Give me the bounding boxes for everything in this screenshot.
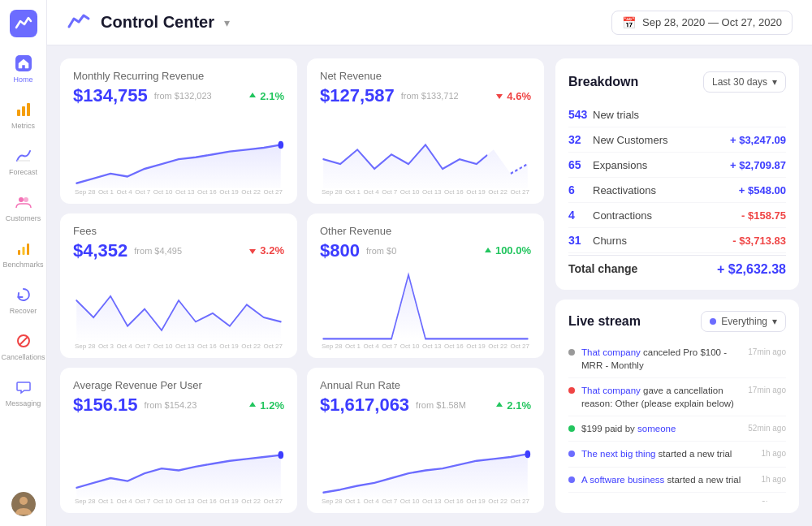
sidebar-item-customers[interactable]: Customers [3,186,44,229]
svg-rect-8 [22,247,24,255]
bd-trials-num: 543 [568,108,593,121]
breakdown-row-churns: 31 Churns - $3,713.83 [568,228,786,253]
bd-contractions-label: Contractions [593,209,741,222]
fees-value: $4,352 [73,240,127,261]
ls-event-6: $50 paid by Someone else 2h ago [568,493,786,502]
ls-event-4: The next big thing started a new trial 1… [568,442,786,467]
svg-rect-4 [27,103,30,116]
event-text-3: $199 paid by someone [581,422,741,435]
bd-churns-amount: - $3,713.83 [732,235,786,247]
svg-point-5 [19,197,24,202]
net-chart [320,111,531,188]
bd-reactivations-label: Reactivations [593,184,739,196]
breakdown-row-customers: 32 New Customers + $3,247.09 [568,127,786,153]
recover-icon [14,285,33,304]
other-x-labels: Sep 28Oct 1Oct 4Oct 7Oct 10Oct 13Oct 16O… [320,343,531,350]
livestream-filter-label: Everything [721,316,767,327]
event-link-4[interactable]: The next big thing [581,449,655,459]
sidebar-item-home[interactable]: Home [3,47,44,90]
breakdown-dropdown-label: Last 30 days [712,76,767,88]
breakdown-row-trials: 543 New trials [568,102,786,127]
breakdown-row-expansions: 65 Expansions + $2,709.87 [568,153,786,178]
event-time-3: 52min ago [748,424,786,433]
event-text-5: A software business started a new trial [581,473,754,486]
event-link-1[interactable]: That company [581,347,641,357]
other-revenue-card: Other Revenue $800 from $0 100.0% [307,213,544,359]
ls-event-1: That company canceled Pro $100 - MRR - M… [568,340,786,378]
event-dot-3 [568,425,575,432]
mrr-card: Monthly Recurring Revenue $134,755 from … [60,58,297,204]
ls-event-3: $199 paid by someone 52min ago [568,416,786,442]
fees-badge: 3.2% [248,244,284,257]
event-text-1: That company canceled Pro $100 - MRR - M… [581,346,741,372]
livestream-header: Live stream Everything ▾ [568,311,786,332]
sidebar-item-recover[interactable]: Recover [3,278,44,321]
net-from: from $133,712 [401,91,459,101]
arpu-card: Average Revenue Per User $156.15 from $1… [60,368,297,513]
page-title: Control Center [101,13,214,32]
breakdown-dropdown[interactable]: Last 30 days ▾ [703,71,786,93]
bd-contractions-amount: - $158.75 [741,209,786,222]
event-link-6[interactable]: Someone else [633,500,693,502]
event-link-5[interactable]: A software business [581,475,664,485]
bd-expansions-label: Expansions [593,159,730,171]
livestream-title: Live stream [568,314,641,329]
mrr-x-labels: Sep 28Oct 1Oct 4Oct 7Oct 10Oct 13Oct 16O… [73,188,284,196]
arr-from: from $1.58M [416,400,466,410]
sidebar-recover-label: Recover [10,307,37,315]
sidebar-item-forecast[interactable]: Forecast [3,140,44,183]
sidebar: Home Metrics Forecast C [0,0,47,526]
bd-expansions-amount: + $2,709.87 [730,159,786,171]
total-amount: + $2,632.38 [717,262,786,277]
total-label: Total change [568,262,637,277]
other-badge: 100.0% [483,244,531,257]
svg-point-14 [278,451,283,459]
event-time-1: 17min ago [748,347,786,356]
arpu-title: Average Revenue Per User [73,379,284,391]
event-link-2[interactable]: That company [581,386,641,395]
sidebar-item-cancellations[interactable]: Cancellations [3,325,44,368]
livestream-card: Live stream Everything ▾ That company ca… [555,300,799,513]
mrr-from: from $132,023 [154,91,212,101]
breakdown-total: Total change + $2,632.38 [568,255,786,277]
date-range-picker[interactable]: 📅 Sep 28, 2020 — Oct 27, 2020 [611,11,793,35]
fees-chart [73,266,284,343]
event-time-6: 2h ago [761,500,786,502]
ls-event-2: That company gave a cancellation reason:… [568,378,786,416]
user-avatar[interactable] [11,492,36,516]
content-area: Monthly Recurring Revenue $134,755 from … [47,45,812,526]
mrr-chart [73,111,284,188]
arpu-x-labels: Sep 28Oct 1Oct 4Oct 7Oct 10Oct 13Oct 16O… [73,498,284,505]
bd-churns-label: Churns [593,235,732,247]
bd-reactivations-amount: + $548.00 [739,184,786,196]
date-range-label: Sep 28, 2020 — Oct 27, 2020 [642,16,782,28]
ls-event-5: A software business started a new trial … [568,468,786,493]
livestream-dropdown[interactable]: Everything ▾ [701,311,786,332]
bd-churns-num: 31 [568,234,593,247]
breakdown-card: Breakdown Last 30 days ▾ 543 New trials … [555,58,799,290]
event-dot-5 [568,476,575,483]
event-time-4: 1h ago [761,449,786,458]
arr-value: $1,617,063 [320,394,409,416]
breakdown-row-contractions: 4 Contractions - $158.75 [568,203,786,228]
event-link-3[interactable]: someone [637,424,676,433]
net-x-labels: Sep 28Oct 1Oct 4Oct 7Oct 10Oct 13Oct 16O… [320,188,531,196]
benchmarks-icon [14,239,33,258]
svg-point-15 [525,451,530,458]
mrr-value: $134,755 [73,85,148,106]
title-chevron-icon[interactable]: ▾ [224,16,230,29]
main-content: Control Center ▾ 📅 Sep 28, 2020 — Oct 27… [47,0,812,526]
other-title: Other Revenue [320,225,531,237]
bd-customers-label: New Customers [593,134,730,146]
net-revenue-card: Net Revenue $127,587 from $133,712 4.6% [307,58,544,204]
sidebar-forecast-label: Forecast [9,168,37,176]
sidebar-item-messaging[interactable]: Messaging [3,371,44,414]
event-dot-1 [568,349,575,356]
right-panel: Breakdown Last 30 days ▾ 543 New trials … [555,58,799,513]
arr-chart [320,420,531,498]
arpu-chart [73,420,284,498]
sidebar-logo[interactable] [10,10,37,37]
svg-rect-2 [17,110,20,116]
sidebar-item-benchmarks[interactable]: Benchmarks [3,232,44,275]
sidebar-item-metrics[interactable]: Metrics [3,93,44,136]
